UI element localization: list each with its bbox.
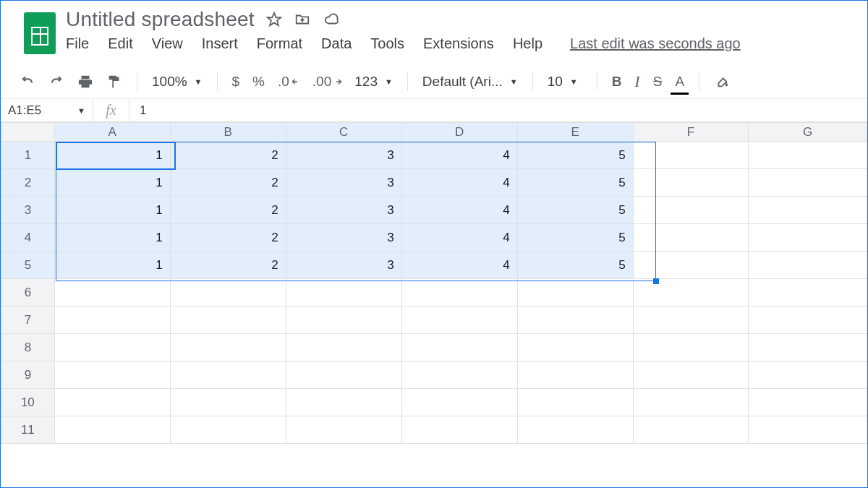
format-percent-button[interactable]: % xyxy=(248,71,269,93)
cell-A11[interactable] xyxy=(54,416,170,444)
cell-E5[interactable]: 5 xyxy=(517,252,633,279)
cell-F3[interactable] xyxy=(633,197,749,224)
menu-extensions[interactable]: Extensions xyxy=(423,35,494,52)
more-formats-button[interactable]: 123 ▼ xyxy=(350,71,397,93)
menu-data[interactable]: Data xyxy=(321,35,352,52)
cell-F1[interactable] xyxy=(633,142,749,169)
column-header-B[interactable]: B xyxy=(170,123,286,142)
cell-G7[interactable] xyxy=(749,307,867,334)
cell-G9[interactable] xyxy=(749,361,867,389)
cell-F7[interactable] xyxy=(633,307,749,334)
cell-G1[interactable] xyxy=(749,142,867,169)
cell-A9[interactable] xyxy=(54,361,170,389)
cell-G6[interactable] xyxy=(749,279,867,307)
increase-decimal-button[interactable]: .00 xyxy=(308,71,346,93)
cell-B7[interactable] xyxy=(170,307,286,334)
cell-E2[interactable]: 5 xyxy=(517,169,633,197)
format-currency-button[interactable]: $ xyxy=(228,71,244,93)
cell-G3[interactable] xyxy=(749,197,867,224)
cell-G5[interactable] xyxy=(749,252,867,279)
cell-F5[interactable] xyxy=(633,252,749,279)
zoom-select[interactable]: 100% ▼ xyxy=(148,71,207,93)
column-header-G[interactable]: G xyxy=(749,123,867,142)
row-header-5[interactable]: 5 xyxy=(1,252,55,279)
menu-tools[interactable]: Tools xyxy=(370,35,404,52)
cell-B10[interactable] xyxy=(170,389,286,416)
cell-B2[interactable]: 2 xyxy=(170,169,286,197)
cell-E9[interactable] xyxy=(517,361,633,389)
fill-handle[interactable] xyxy=(653,278,659,284)
cell-D3[interactable]: 4 xyxy=(401,197,517,224)
cell-C6[interactable] xyxy=(286,279,401,307)
cell-B5[interactable]: 2 xyxy=(170,252,286,279)
cell-D8[interactable] xyxy=(401,334,517,361)
row-header-8[interactable]: 8 xyxy=(1,334,55,361)
move-icon[interactable] xyxy=(294,12,311,27)
cell-F4[interactable] xyxy=(633,224,749,252)
fill-color-button[interactable] xyxy=(710,71,734,93)
paint-format-button[interactable] xyxy=(102,71,127,93)
cell-E4[interactable]: 5 xyxy=(517,224,633,252)
strikethrough-button[interactable]: S xyxy=(649,71,667,93)
cell-A4[interactable]: 1 xyxy=(54,224,170,252)
cell-D4[interactable]: 4 xyxy=(401,224,517,252)
cell-B9[interactable] xyxy=(170,361,286,389)
cell-A5[interactable]: 1 xyxy=(54,252,170,279)
row-header-3[interactable]: 3 xyxy=(1,197,55,224)
menu-insert[interactable]: Insert xyxy=(202,35,238,52)
star-icon[interactable] xyxy=(266,12,282,27)
cell-F2[interactable] xyxy=(633,169,749,197)
menu-edit[interactable]: Edit xyxy=(108,35,132,52)
cell-G8[interactable] xyxy=(749,334,867,361)
cell-D5[interactable]: 4 xyxy=(401,252,517,279)
cell-F6[interactable] xyxy=(633,279,749,307)
menu-help[interactable]: Help xyxy=(513,35,542,52)
column-header-F[interactable]: F xyxy=(633,123,749,142)
cell-G10[interactable] xyxy=(749,389,867,416)
select-all-corner[interactable] xyxy=(1,123,55,142)
row-header-2[interactable]: 2 xyxy=(1,169,55,197)
row-header-9[interactable]: 9 xyxy=(1,361,55,389)
cell-C3[interactable]: 3 xyxy=(286,197,401,224)
row-header-1[interactable]: 1 xyxy=(1,142,55,169)
menu-view[interactable]: View xyxy=(152,35,183,52)
cell-A10[interactable] xyxy=(54,389,170,416)
column-header-E[interactable]: E xyxy=(517,123,633,142)
cell-D6[interactable] xyxy=(401,279,517,307)
italic-button[interactable]: I xyxy=(630,69,644,94)
cell-A8[interactable] xyxy=(54,334,170,361)
cloud-icon[interactable] xyxy=(323,12,341,27)
cell-E10[interactable] xyxy=(517,389,633,416)
cell-A7[interactable] xyxy=(54,307,170,334)
cell-C2[interactable]: 3 xyxy=(286,169,401,197)
cell-E1[interactable]: 5 xyxy=(517,142,633,169)
row-header-11[interactable]: 11 xyxy=(1,416,55,444)
cell-G2[interactable] xyxy=(749,169,867,197)
cell-A2[interactable]: 1 xyxy=(54,169,170,197)
cell-A1[interactable]: 1 xyxy=(54,142,170,169)
spreadsheet-grid[interactable]: A B C D E F G 1 1 2 3 4 5 2 1 2 3 4 5 3 … xyxy=(1,122,867,444)
cell-C1[interactable]: 3 xyxy=(286,142,401,169)
cell-A6[interactable] xyxy=(54,279,170,307)
cell-B4[interactable]: 2 xyxy=(170,224,286,252)
cell-C11[interactable] xyxy=(286,416,401,444)
row-header-6[interactable]: 6 xyxy=(1,279,55,307)
redo-button[interactable] xyxy=(44,72,69,91)
doc-title[interactable]: Untitled spreadsheet xyxy=(66,8,255,31)
column-header-D[interactable]: D xyxy=(401,123,517,142)
cell-C9[interactable] xyxy=(286,361,401,389)
cell-D10[interactable] xyxy=(401,389,517,416)
row-header-10[interactable]: 10 xyxy=(1,389,55,416)
cell-E11[interactable] xyxy=(517,416,633,444)
cell-E3[interactable]: 5 xyxy=(517,197,633,224)
menu-format[interactable]: Format xyxy=(257,35,302,52)
row-header-4[interactable]: 4 xyxy=(1,224,55,252)
name-box[interactable]: A1:E5 ▼ xyxy=(1,99,93,121)
cell-A3[interactable]: 1 xyxy=(54,197,170,224)
cell-F9[interactable] xyxy=(633,361,749,389)
cell-D2[interactable]: 4 xyxy=(401,169,517,197)
cell-B8[interactable] xyxy=(170,334,286,361)
row-header-7[interactable]: 7 xyxy=(1,307,55,334)
column-header-C[interactable]: C xyxy=(286,123,401,142)
bold-button[interactable]: B xyxy=(608,71,626,93)
